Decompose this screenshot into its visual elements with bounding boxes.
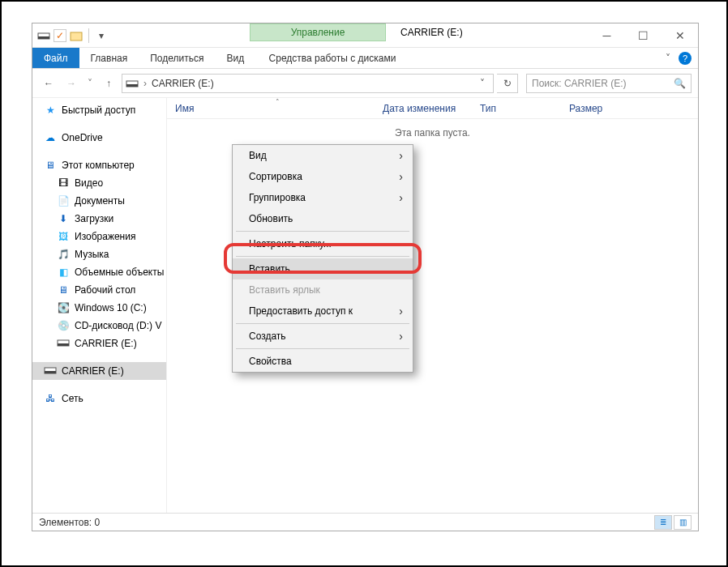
back-button[interactable]: ← [39,74,58,93]
context-menu: Вид Сортировка Группировка Обновить Наст… [232,144,413,373]
svg-rect-8 [45,371,56,373]
recent-dropdown[interactable]: ˅ [84,74,96,93]
label: Группировка [249,192,306,203]
ctx-group[interactable]: Группировка [233,187,413,208]
refresh-button[interactable]: ↻ [497,74,518,93]
window-title: CARRIER (E:) [400,27,463,38]
sidebar-pictures[interactable]: 🖼Изображения [32,228,166,245]
quick-access-toolbar: ✓ ▾ [32,23,113,47]
sidebar-downloads[interactable]: ⬇Загрузки [32,210,166,228]
label: Быстрый доступ [62,104,135,116]
sidebar-desktop[interactable]: 🖥Рабочий стол [32,281,166,299]
tab-home[interactable]: Главная [79,48,139,68]
sidebar-videos[interactable]: 🎞Видео [32,174,166,192]
label: Сортировка [249,171,302,182]
ctx-view[interactable]: Вид [233,145,413,166]
item-count: Элементов: 0 [39,517,100,528]
cube-icon: ◧ [57,266,70,279]
label: Объемные объекты [75,266,164,278]
label: Музыка [75,249,109,260]
sidebar-this-pc[interactable]: 🖥Этот компьютер [32,156,166,174]
col-date[interactable]: Дата изменения [375,103,472,114]
sidebar-c-drive[interactable]: 💽Windows 10 (C:) [32,299,166,317]
minimize-button[interactable]: ─ [589,23,625,47]
label: Этот компьютер [62,160,135,171]
window-controls: ─ ☐ ✕ [589,23,698,47]
qat-dropdown-icon[interactable]: ▾ [95,29,108,42]
ctx-sort[interactable]: Сортировка [233,166,413,187]
thumbnails-view-button[interactable]: ▥ [674,515,692,530]
label: Рабочий стол [75,284,135,296]
ctx-customize-folder[interactable]: Настроить папку... [233,233,413,254]
sidebar-e-drive-root[interactable]: CARRIER (E:) [32,362,166,380]
label: Вид [249,150,267,161]
close-button[interactable]: ✕ [662,23,698,47]
label: Сеть [62,393,84,404]
checkbox-icon[interactable]: ✓ [54,29,66,42]
tab-file[interactable]: Файл [32,48,79,68]
col-type[interactable]: Тип [472,103,561,114]
ctx-give-access[interactable]: Предоставить доступ к [233,301,413,322]
sidebar-3d-objects[interactable]: ◧Объемные объекты [32,263,166,281]
disc-icon: 💿 [57,319,70,332]
breadcrumb-sep[interactable]: › [143,78,147,89]
ctx-paste[interactable]: Вставить [233,258,413,279]
sidebar-onedrive[interactable]: ☁OneDrive [32,129,166,147]
cloud-icon: ☁ [44,131,57,144]
help-icon[interactable]: ? [679,52,692,65]
star-icon: ★ [44,104,57,117]
tab-disk-tools[interactable]: Средства работы с дисками [250,48,415,69]
forward-button[interactable]: → [62,74,81,93]
folder-icon[interactable] [70,29,83,42]
sidebar-quick-access[interactable]: ★Быстрый доступ [32,101,166,119]
separator [236,231,409,232]
maximize-button[interactable]: ☐ [625,23,662,47]
ctx-properties[interactable]: Свойства [233,351,413,372]
ctx-paste-shortcut: Вставить ярлык [233,279,413,301]
separator [88,28,89,43]
svg-rect-2 [71,32,82,40]
tab-share[interactable]: Поделиться [139,48,215,68]
sidebar-d-drive[interactable]: 💿CD-дисковод (D:) V [32,317,166,335]
address-bar[interactable]: › CARRIER (E:) ˅ [122,74,494,93]
label: Изображения [75,231,135,242]
download-icon: ⬇ [57,212,70,225]
sidebar-music[interactable]: 🎵Музыка [32,245,166,263]
ctx-refresh[interactable]: Обновить [233,208,413,229]
separator [236,256,409,257]
sidebar-documents[interactable]: 📄Документы [32,192,166,210]
contextual-tab-manage[interactable]: Управление [250,23,386,41]
up-button[interactable]: ↑ [99,74,118,93]
col-size[interactable]: Размер [561,103,626,114]
label: Видео [75,177,103,189]
network-icon: 🖧 [44,392,57,405]
svg-rect-4 [126,84,138,87]
ribbon-collapse-icon[interactable]: ˅ [666,53,670,64]
address-row: ← → ˅ ↑ › CARRIER (E:) ˅ ↻ Поиск: CARRIE… [32,69,698,98]
separator [236,323,409,324]
label: Настроить папку... [249,238,332,249]
navigation-pane[interactable]: ★Быстрый доступ ☁OneDrive 🖥Этот компьюте… [32,98,167,513]
label: Вставить [249,263,290,275]
label: Создать [249,330,286,342]
search-input[interactable]: Поиск: CARRIER (E:) 🔍 [526,74,692,93]
sidebar-network[interactable]: 🖧Сеть [32,390,166,407]
sidebar-e-drive[interactable]: CARRIER (E:) [32,335,166,352]
breadcrumb[interactable]: CARRIER (E:) [152,78,214,89]
svg-rect-6 [58,343,69,346]
label: CARRIER (E:) [62,365,124,377]
label: CD-дисковод (D:) V [75,320,161,331]
address-dropdown-icon[interactable]: ˅ [475,78,490,89]
label: Windows 10 (C:) [75,302,147,313]
view-switcher: ≣ ▥ [654,515,692,530]
details-view-button[interactable]: ≣ [654,515,672,530]
label: Предоставить доступ к [249,305,353,317]
search-placeholder: Поиск: CARRIER (E:) [532,78,627,89]
search-icon: 🔍 [674,78,686,89]
ctx-new[interactable]: Создать [233,326,413,347]
status-bar: Элементов: 0 ≣ ▥ [32,513,698,531]
label: Вставить ярлык [249,284,320,296]
pc-icon: 🖥 [44,159,57,172]
pictures-icon: 🖼 [57,230,70,243]
label: Обновить [249,213,293,224]
